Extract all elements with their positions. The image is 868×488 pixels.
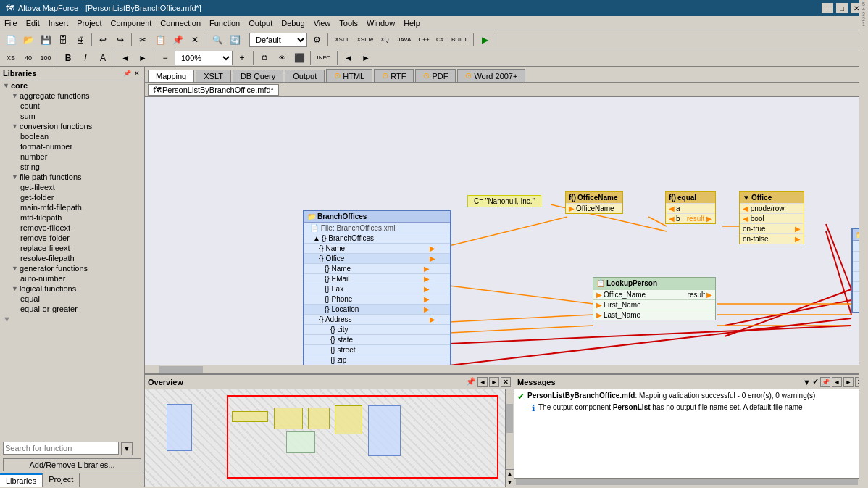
- tree-aggregate-functions[interactable]: ▼ aggregate functions: [0, 91, 144, 101]
- tree-boolean[interactable]: boolean: [0, 131, 144, 141]
- tb2-view[interactable]: 👁: [274, 51, 290, 65]
- lookup-person-node[interactable]: 📋 LookupPerson ▶ Office_Name result ▶ ▶ …: [593, 277, 716, 320]
- cpp-button[interactable]: C++: [417, 33, 431, 47]
- overview-nav-right[interactable]: ►: [489, 377, 499, 387]
- tab-html[interactable]: ⊙ HTML: [326, 69, 372, 82]
- maximize-button[interactable]: □: [836, 3, 848, 13]
- search-input[interactable]: [3, 442, 119, 455]
- tree-sum[interactable]: sum: [0, 111, 144, 121]
- messages-hscroll[interactable]: [514, 478, 868, 487]
- copy-button[interactable]: 📋: [152, 33, 168, 47]
- menu-file[interactable]: File: [0, 17, 22, 29]
- msg-scroll-thumb[interactable]: [516, 479, 858, 485]
- h-scrollbar[interactable]: [145, 365, 859, 373]
- tb2-right[interactable]: ►: [135, 51, 151, 65]
- tb2-btn1[interactable]: XS: [3, 51, 19, 65]
- print-button[interactable]: 🖨: [72, 33, 88, 47]
- zoom-dropdown[interactable]: 100%: [175, 51, 233, 65]
- overview-hscroll-left[interactable]: ▲: [506, 469, 514, 478]
- tree-section-core[interactable]: ▼ core: [0, 80, 144, 91]
- save-button[interactable]: 💾: [38, 33, 54, 47]
- tb2-zoom-in[interactable]: +: [234, 51, 250, 65]
- overview-nav-left[interactable]: ◄: [477, 377, 488, 387]
- tree-remove-fileext[interactable]: remove-fileext: [0, 223, 144, 233]
- open-button[interactable]: 📂: [20, 33, 36, 47]
- title-bar-controls[interactable]: — □ ✕: [822, 3, 862, 13]
- overview-vscroll[interactable]: ▲ ▼: [505, 389, 514, 487]
- tree-equal[interactable]: equal: [0, 294, 144, 304]
- tab-db-query[interactable]: DB Query: [233, 70, 283, 82]
- menu-view[interactable]: View: [309, 17, 335, 29]
- delete-button[interactable]: ✕: [187, 33, 203, 47]
- tb2-btn3[interactable]: 100: [38, 51, 54, 65]
- overview-canvas[interactable]: ▲ ▼: [145, 389, 514, 487]
- replace-button[interactable]: 🔄: [227, 33, 243, 47]
- xslt2-button[interactable]: XSLTe: [354, 33, 376, 47]
- paste-button[interactable]: 📌: [170, 33, 185, 47]
- file-tab-item[interactable]: 🗺 PersonListByBranchOffice.mfd*: [148, 84, 279, 96]
- equal-node[interactable]: f() equal ◀ a ◀ b result ▶: [665, 191, 716, 224]
- tree-string[interactable]: string: [0, 162, 144, 172]
- menu-component[interactable]: Component: [106, 17, 156, 29]
- tree-count[interactable]: count: [0, 101, 144, 111]
- cut-button[interactable]: ✂: [135, 33, 151, 47]
- tb2-back[interactable]: ◄: [341, 51, 356, 65]
- overview-vscroll-thumb[interactable]: [506, 404, 513, 433]
- menu-edit[interactable]: Edit: [22, 17, 44, 29]
- tree-number[interactable]: number: [0, 152, 144, 162]
- xq-button[interactable]: XQ: [377, 33, 392, 47]
- office-ifelse-node[interactable]: ▼ Office ◀ pnode/row ◀ bool on-true ▶ on…: [739, 191, 804, 244]
- tree-equal-or-greater[interactable]: equal-or-greater: [0, 304, 144, 314]
- tree-get-folder[interactable]: get-folder: [0, 192, 144, 202]
- tb2-schema[interactable]: 🗒: [256, 51, 272, 65]
- tab-pdf[interactable]: ⊙ PDF: [415, 69, 456, 82]
- tb2-btn4[interactable]: A: [95, 51, 111, 65]
- tree-get-fileext[interactable]: get-fileext: [0, 182, 144, 192]
- save-all-button[interactable]: 🗄: [55, 33, 71, 47]
- tab-project[interactable]: Project: [43, 473, 80, 487]
- tree-resolve-filepath[interactable]: resolve-filepath: [0, 253, 144, 263]
- tb2-btn2[interactable]: 40: [20, 51, 36, 65]
- overview-close[interactable]: ✕: [501, 377, 511, 387]
- h-scrollbar-thumb[interactable]: [159, 366, 203, 373]
- built-button[interactable]: BUILT: [448, 33, 470, 47]
- libraries-pin[interactable]: 📌: [122, 68, 131, 78]
- find-button[interactable]: 🔍: [209, 33, 225, 47]
- search-dropdown[interactable]: ▼: [121, 442, 133, 455]
- tb2-zoom-out[interactable]: −: [157, 51, 173, 65]
- menu-connection[interactable]: Connection: [156, 17, 205, 29]
- tab-output[interactable]: Output: [285, 70, 325, 82]
- messages-clear[interactable]: ✓: [812, 377, 819, 386]
- messages-filter[interactable]: ▼: [803, 378, 811, 386]
- tab-mapping[interactable]: Mapping: [148, 70, 194, 82]
- xslt-button[interactable]: XSLT: [331, 33, 353, 47]
- menu-insert[interactable]: Insert: [44, 17, 73, 29]
- tree-conversion-functions[interactable]: ▼ conversion functions: [0, 121, 144, 131]
- undo-button[interactable]: ↩: [95, 33, 111, 47]
- menu-tools[interactable]: Tools: [335, 17, 362, 29]
- tree-auto-number[interactable]: auto-number: [0, 273, 144, 284]
- run-button[interactable]: ▶: [477, 33, 493, 47]
- tb2-italic[interactable]: I: [78, 51, 93, 65]
- menu-help[interactable]: Help: [399, 17, 425, 29]
- tree-generator-functions[interactable]: ▼ generator functions: [0, 263, 144, 273]
- tree-remove-folder[interactable]: remove-folder: [0, 233, 144, 243]
- messages-pin[interactable]: 📌: [820, 377, 830, 387]
- tab-libraries[interactable]: Libraries: [0, 473, 43, 487]
- libraries-close[interactable]: ✕: [133, 68, 141, 78]
- tb2-bold[interactable]: B: [60, 51, 76, 65]
- branch-offices-node[interactable]: 📁 BranchOffices 📄 File: BranchOffices.xm…: [303, 210, 451, 374]
- cs-button[interactable]: C#: [433, 33, 447, 47]
- overview-pin[interactable]: 📌: [466, 377, 476, 386]
- new-button[interactable]: 📄: [3, 33, 19, 47]
- overview-hscroll-right[interactable]: ▼: [506, 478, 514, 487]
- tree-logical-functions[interactable]: ▼ logical functions: [0, 284, 144, 294]
- profile-dropdown[interactable]: Default: [249, 33, 307, 47]
- menu-window[interactable]: Window: [362, 17, 399, 29]
- tab-xslt[interactable]: XSLT: [196, 70, 231, 82]
- officename-node[interactable]: f() OfficeName ▶ OfficeName: [565, 191, 623, 214]
- tree-mfd-filepath[interactable]: mfd-filepath: [0, 212, 144, 223]
- profile-settings[interactable]: ⚙: [309, 33, 325, 47]
- menu-function[interactable]: Function: [205, 17, 244, 29]
- tb2-info[interactable]: INFO: [314, 51, 334, 65]
